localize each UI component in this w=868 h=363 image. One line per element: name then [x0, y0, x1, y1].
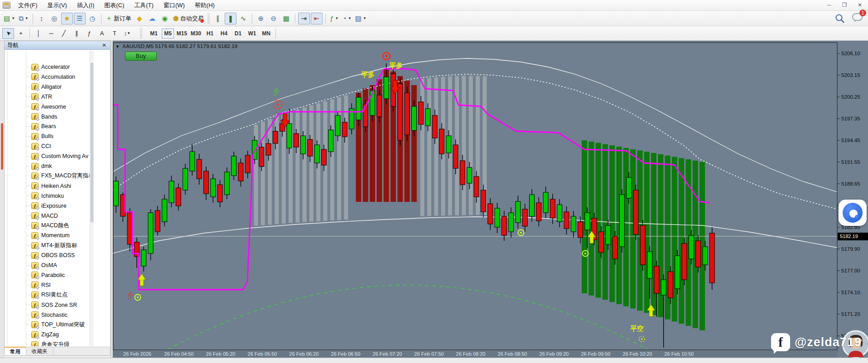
signal-label: 平多 — [389, 62, 403, 69]
price-axis-label: 5203.15 — [841, 72, 860, 78]
time-axis-label: 26 Feb 09:20 — [540, 351, 569, 357]
time-axis-label: 26 Feb 05:50 — [248, 351, 277, 357]
time-axis-label: 26 Feb 08:20 — [456, 351, 486, 357]
price-axis-label: 5194.45 — [841, 138, 860, 143]
price-axis-label: 5200.25 — [841, 94, 860, 100]
time-axis-label: 26 Feb 06:20 — [289, 351, 319, 357]
time-axis: 26 Feb 202626 Feb 04:5026 Feb 05:2026 Fe… — [113, 350, 838, 358]
price-axis-label: 5188.65 — [841, 181, 860, 186]
squiggle-icon: 彡 — [272, 86, 281, 96]
facebook-icon: f — [771, 333, 790, 351]
band-upper — [112, 58, 837, 192]
status-bar — [0, 358, 868, 363]
time-axis-label: 26 Feb 07:50 — [415, 351, 444, 357]
signal-markers: 彡彡平多平多平空 — [126, 53, 655, 342]
watermark-handle: @zelda719 — [795, 335, 862, 349]
price-axis-label: 5206.10 — [841, 51, 860, 56]
time-axis-label: 26 Feb 09:50 — [581, 351, 611, 357]
time-axis-label: 26 Feb 07:20 — [373, 351, 402, 357]
price-axis-label: 5174.10 — [841, 290, 860, 295]
price-axis: 5206.105203.155200.255197.355194.455191.… — [837, 51, 860, 339]
symbol-ohlc-line: ▼XAUUSD,M5 5179.65 5182.27 5179.61 5182.… — [116, 43, 237, 49]
time-axis-label: 26 Feb 08:50 — [498, 351, 527, 357]
price-axis-label: 5197.35 — [841, 116, 860, 121]
price-axis-label: 5171.20 — [841, 311, 860, 317]
price-axis-label: 5191.55 — [841, 159, 860, 165]
time-axis-label: 26 Feb 06:50 — [331, 351, 361, 357]
signal-label: 平空 — [630, 325, 644, 332]
parabolic-arc — [168, 285, 648, 349]
time-axis-label: 26 Feb 05:20 — [206, 351, 236, 357]
time-axis-label: 26 Feb 10:20 — [623, 351, 652, 357]
signal-label: 平多 — [361, 71, 375, 78]
assistant-float-button[interactable] — [839, 200, 867, 226]
squiggle-icon: 彡 — [126, 290, 135, 300]
buy-button[interactable]: Buy — [125, 52, 157, 61]
band-lower — [112, 217, 837, 253]
price-axis-label: 5179.90 — [841, 246, 860, 252]
watermark: f @zelda719 — [771, 333, 862, 351]
time-axis-label: 26 Feb 04:50 — [164, 351, 194, 357]
price-axis-label: 5177.00 — [841, 268, 860, 273]
current-price-badge: 5182.19 — [838, 233, 868, 240]
time-axis-label: 26 Feb 10:50 — [665, 351, 694, 357]
time-axis-label: 26 Feb 2026 — [123, 351, 151, 357]
chevron-down-icon[interactable]: ▼ — [116, 44, 120, 49]
